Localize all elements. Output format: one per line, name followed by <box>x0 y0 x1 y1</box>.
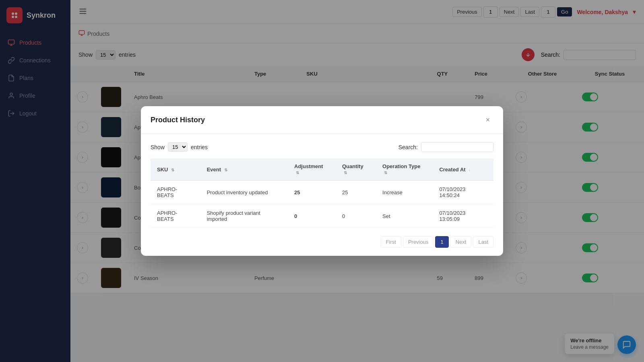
modal-search-label: Search: <box>398 144 418 150</box>
modal-col-quantity: Quantity ⇅ <box>336 158 376 181</box>
modal-header: Product History × <box>141 106 503 134</box>
modal-col-sku: SKU ⇅ <box>151 158 200 181</box>
modal-show-label: Show <box>151 144 165 150</box>
modal-row-sku-0: APHRO-BEATS <box>151 181 200 204</box>
modal-col-adjustment: Adjustment ⇅ <box>288 158 336 181</box>
modal-title: Product History <box>151 116 205 124</box>
modal-search-input[interactable] <box>421 142 493 152</box>
modal-row-quantity-1: 0 <box>336 204 376 228</box>
modal-first-button[interactable]: First <box>381 236 401 248</box>
modal-col-operation: Operation Type ⇅ <box>376 158 433 181</box>
modal-row-operation-0: Increase <box>376 181 433 204</box>
modal-row-sku-1: APHRO-BEATS <box>151 204 200 228</box>
modal-row-adjustment-0: 25 <box>288 181 336 204</box>
modal-table-row: APHRO-BEATS Shopify product variant impo… <box>151 204 493 228</box>
modal-controls: Show 15 25 entries Search: <box>151 142 493 152</box>
modal-col-created: Created At ↓ <box>433 158 493 181</box>
modal-row-operation-1: Set <box>376 204 433 228</box>
modal-row-event-0: Product inventory updated <box>200 181 288 204</box>
modal-overlay[interactable]: Product History × Show 15 25 entries Sea… <box>0 0 644 362</box>
modal-entries-select[interactable]: 15 25 <box>168 142 188 152</box>
modal-page-1-button[interactable]: 1 <box>435 236 448 248</box>
modal-pagination: First Previous 1 Next Last <box>151 236 493 248</box>
modal-table-row: APHRO-BEATS Product inventory updated 25… <box>151 181 493 204</box>
modal-row-adjustment-1: 0 <box>288 204 336 228</box>
modal-table: SKU ⇅ Event ⇅ Adjustment ⇅ Quantity ⇅ Op… <box>151 158 493 228</box>
modal-search: Search: <box>398 142 493 152</box>
modal-row-quantity-0: 25 <box>336 181 376 204</box>
modal-last-button[interactable]: Last <box>473 236 493 248</box>
modal-close-button[interactable]: × <box>482 114 493 125</box>
modal-col-event: Event ⇅ <box>200 158 288 181</box>
modal-entries-label: entries <box>191 144 208 150</box>
product-history-modal: Product History × Show 15 25 entries Sea… <box>141 106 503 256</box>
modal-row-created-0: 07/10/2023 14:50:24 <box>433 181 493 204</box>
modal-row-event-1: Shopify product variant imported <box>200 204 288 228</box>
modal-body: Show 15 25 entries Search: SKU ⇅ <box>141 134 503 256</box>
modal-row-created-1: 07/10/2023 13:05:09 <box>433 204 493 228</box>
modal-show-entries: Show 15 25 entries <box>151 142 208 152</box>
modal-previous-button[interactable]: Previous <box>403 236 434 248</box>
modal-next-button[interactable]: Next <box>450 236 472 248</box>
